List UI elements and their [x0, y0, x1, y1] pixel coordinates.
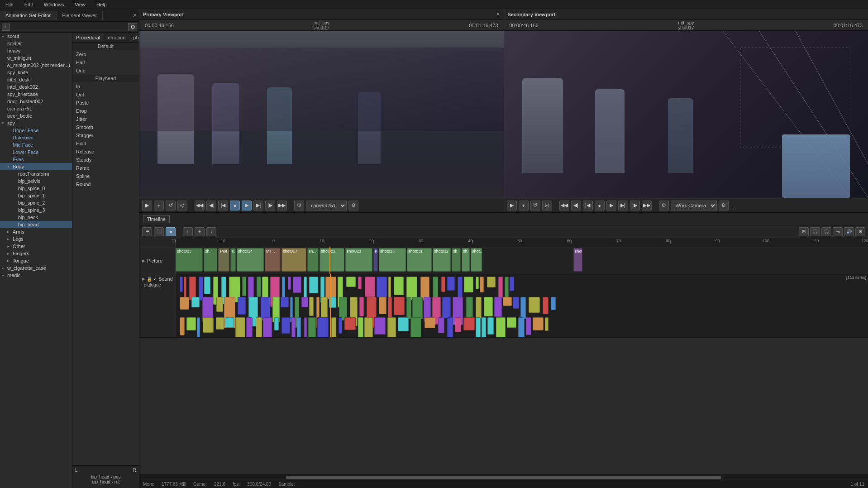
emotion-item-release[interactable]: Release [72, 148, 139, 156]
tl-config-btn[interactable]: ⚙ [855, 227, 865, 236]
sound-block-r1-1[interactable] [191, 297, 200, 307]
shot-block-6[interactable]: shot017 [281, 248, 306, 272]
sound-block-r2-24[interactable] [398, 317, 409, 331]
primary-viewport-canvas[interactable] [139, 31, 504, 198]
sound-block-r1-23[interactable] [394, 297, 405, 315]
sound-block-r0-10[interactable] [257, 277, 261, 297]
sound-block-r1-15[interactable] [321, 297, 328, 318]
sound-block-r2-11[interactable] [281, 317, 290, 334]
go-start-btn[interactable]: |◀ [218, 201, 228, 211]
tree-item-camera751[interactable]: camera751 [0, 105, 72, 112]
emotion-item-in[interactable]: In [72, 82, 139, 91]
add-button[interactable]: + [2, 24, 10, 31]
menu-view[interactable]: View [73, 1, 87, 8]
sound-block-r2-1[interactable] [186, 317, 196, 330]
sound-block-r2-14[interactable] [304, 317, 307, 337]
tree-item-body[interactable]: ▾Body [0, 163, 72, 170]
sound-track[interactable]: [111 items] [176, 274, 868, 337]
sound-block-r1-37[interactable] [529, 297, 540, 313]
tl-skip-btn[interactable]: ⇥ [833, 227, 843, 236]
tree-item-bip_spine_0[interactable]: bip_spine_0 [0, 185, 72, 192]
sound-block-r0-24[interactable] [377, 277, 387, 297]
sound-block-r0-11[interactable] [262, 277, 268, 300]
sound-block-r0-0[interactable] [180, 277, 183, 292]
secondary-viewport-canvas[interactable] [504, 31, 868, 198]
tree-item-w_minigun[interactable]: w_minigun [0, 54, 72, 62]
tab-phoneme[interactable]: phoneme [129, 34, 139, 41]
sec-add-key-btn[interactable]: + [519, 201, 529, 211]
sound-block-r1-24[interactable] [406, 297, 411, 319]
sound-block-r2-21[interactable] [364, 317, 373, 337]
emotion-item-round[interactable]: Round [72, 180, 139, 188]
tree-item-bip_spine_1[interactable]: bip_spine_1 [0, 192, 72, 199]
tree-item-w_minigun002_not_render[interactable]: w_minigun002 (not render...) [0, 62, 72, 69]
add-key-btn[interactable]: + [154, 201, 164, 211]
menu-help[interactable]: Help [95, 1, 109, 8]
shot-block-0[interactable]: shot003 [176, 248, 203, 272]
record-active-btn[interactable]: ● [230, 201, 240, 211]
sound-block-r2-13[interactable] [297, 317, 301, 337]
shot-block-17[interactable]: shot40 [573, 248, 582, 272]
shot-block-3[interactable]: s. [230, 248, 236, 272]
tree-item-tongue[interactable]: ▸Tongue [0, 257, 72, 264]
tree-item-legs[interactable]: ▸Legs [0, 235, 72, 243]
shot-block-13[interactable]: shot032 [433, 248, 451, 272]
tree-item-arms[interactable]: ▸Arms [0, 228, 72, 235]
sound-block-r1-36[interactable] [520, 297, 526, 319]
tl-headphones1-btn[interactable]: 🎧 [810, 227, 820, 236]
sound-block-r2-3[interactable] [203, 317, 214, 333]
tree-item-spy[interactable]: ▾spy [0, 120, 72, 127]
tree-item-soldier[interactable]: soldier [0, 40, 72, 47]
sound-block-r2-31[interactable] [476, 317, 481, 337]
sec-record-btn[interactable]: ◎ [542, 201, 552, 211]
menu-windows[interactable]: Windows [42, 1, 66, 8]
sound-block-r0-22[interactable] [358, 277, 362, 289]
timeline-scrollbar[interactable] [139, 474, 868, 480]
tl-star-btn[interactable]: ★ [166, 227, 176, 236]
primary-viewport-close[interactable]: ✕ [496, 11, 500, 17]
sound-block-r0-26[interactable] [394, 277, 404, 295]
tree-item-bip_spine_2[interactable]: bip_spine_2 [0, 199, 72, 206]
sound-block-r2-37[interactable] [526, 317, 531, 335]
sound-block-r2-12[interactable] [291, 317, 296, 337]
tl-vol-btn[interactable]: 🔊 [844, 227, 854, 236]
shot-block-12[interactable]: shot031 [407, 248, 432, 272]
tl-insert-btn[interactable]: + [195, 227, 205, 236]
sec-frame-fwd-btn[interactable]: |▶ [630, 201, 640, 211]
step-back-btn[interactable]: ◀◀ [195, 201, 205, 211]
sound-block-r2-30[interactable] [463, 317, 475, 330]
sound-block-r2-26[interactable] [424, 317, 435, 328]
menu-file[interactable]: File [4, 1, 15, 8]
tree-item-other[interactable]: ▸Other [0, 243, 72, 250]
tree-item-roottransform[interactable]: rootTransform [0, 170, 72, 177]
sound-block-r0-33[interactable] [464, 277, 473, 292]
emotion-item-zero[interactable]: Zero [72, 50, 139, 58]
sec-frame-back-btn[interactable]: ◀| [571, 201, 581, 211]
emotion-item-steady[interactable]: Steady [72, 156, 139, 164]
sound-block-r2-5[interactable] [225, 317, 234, 328]
tree-item-mid_face[interactable]: Mid Face [0, 141, 72, 148]
sound-block-r1-9[interactable] [281, 297, 289, 307]
sound-block-r2-36[interactable] [518, 317, 525, 337]
tl-headphones2-btn[interactable]: 🎧 [821, 227, 831, 236]
tl-add-btn[interactable]: ↑ [183, 227, 193, 236]
sound-block-r0-39[interactable] [510, 277, 514, 291]
shot-block-9[interactable]: shot023 [345, 248, 372, 272]
sound-block-r0-15[interactable] [293, 277, 301, 293]
sound-block-r1-28[interactable] [442, 297, 451, 318]
shot-block-5[interactable]: MT... [265, 248, 281, 272]
sound-block-r0-35[interactable] [480, 277, 484, 292]
sound-block-r0-21[interactable] [346, 277, 356, 287]
go-end-btn[interactable]: ▶| [253, 201, 263, 211]
sound-block-r2-7[interactable] [246, 317, 253, 337]
play-fwd-btn[interactable]: ▶ [242, 201, 252, 211]
sound-block-r1-3[interactable] [216, 297, 223, 312]
shot-block-7[interactable]: sh... [307, 248, 319, 272]
sound-block-r2-32[interactable] [482, 317, 486, 337]
record-btn[interactable]: ◎ [177, 201, 187, 211]
tree-panel[interactable]: ▸scoutsoldierheavyw_minigunw_minigun002 … [0, 33, 72, 488]
sound-block-r2-4[interactable] [216, 317, 224, 330]
shot-block-1[interactable]: sh... [204, 248, 217, 272]
sound-block-r2-33[interactable] [487, 317, 494, 335]
sound-block-r2-6[interactable] [235, 317, 245, 337]
